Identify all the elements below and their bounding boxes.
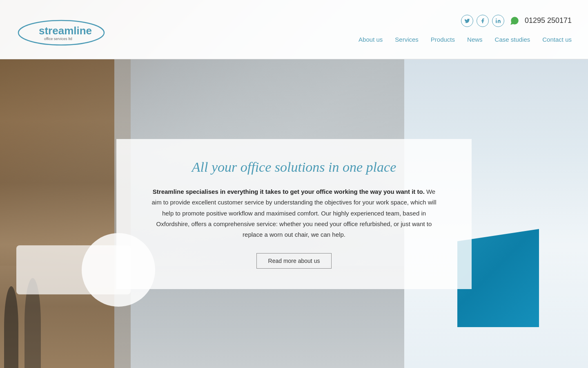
site-header: streamline office services ltd 01295 250: [0, 0, 588, 59]
logo-area[interactable]: streamline office services ltd: [16, 13, 106, 46]
wood-panel: [0, 59, 131, 368]
read-more-button[interactable]: Read more about us: [256, 253, 332, 269]
phone-number[interactable]: 01295 250171: [525, 16, 572, 25]
facebook-icon[interactable]: [477, 15, 489, 27]
nav-item-products[interactable]: Products: [431, 34, 455, 45]
person-silhouette-1: [4, 286, 18, 368]
hero-body: Streamline specialises in everything it …: [149, 186, 439, 240]
nav-item-contact-us[interactable]: Contact us: [542, 34, 572, 45]
twitter-icon[interactable]: [461, 15, 473, 27]
nav-item-about-us[interactable]: About us: [359, 34, 383, 45]
svg-point-3: [496, 18, 497, 19]
hero-body-bold: Streamline specialises in everything it …: [153, 188, 425, 195]
hero-title: All your office solutions in one place: [149, 159, 439, 175]
content-overlay: All your office solutions in one place S…: [116, 139, 472, 289]
nav-item-news[interactable]: News: [467, 34, 483, 45]
logo-svg: streamline office services ltd: [16, 13, 106, 46]
nav-menu: About us Services Products News Case stu…: [359, 34, 572, 45]
nav-item-case-studies[interactable]: Case studies: [495, 34, 530, 45]
whatsapp-icon[interactable]: [508, 15, 521, 27]
top-bar: 01295 250171: [461, 15, 572, 27]
svg-text:streamline: streamline: [39, 25, 92, 37]
nav-item-services[interactable]: Services: [395, 34, 419, 45]
header-right: 01295 250171 About us Services Products …: [359, 15, 572, 45]
social-icons: [461, 15, 504, 27]
hero-body-regular: We aim to provide excellent customer ser…: [152, 188, 437, 238]
linkedin-icon[interactable]: [492, 15, 504, 27]
svg-text:office services ltd: office services ltd: [44, 37, 72, 41]
